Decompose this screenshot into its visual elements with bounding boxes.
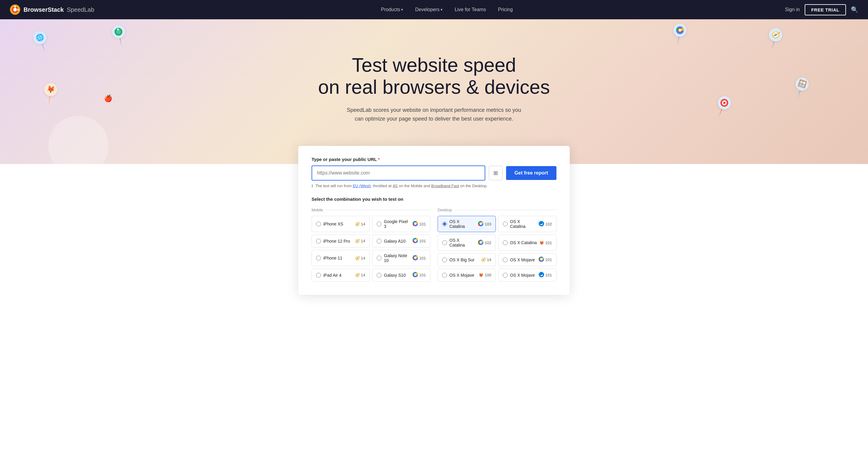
svg-point-17: [414, 239, 416, 242]
device-option-osx-mojave-edge101[interactable]: OS X Mojave 101: [498, 269, 556, 282]
device-name: Galaxy Note 10: [384, 253, 410, 263]
chrome-icon: [478, 240, 484, 246]
info-icon: ℹ: [312, 184, 313, 188]
safari-icon: 🧭: [355, 273, 360, 277]
get-report-button[interactable]: Get free report: [506, 166, 556, 180]
filter-icon: ⊞: [493, 170, 498, 176]
safari-icon: 🧭: [355, 256, 360, 260]
radio-google-pixel3[interactable]: [377, 222, 381, 226]
logo-product: SpeedLab: [67, 6, 94, 13]
radio-ipad-air4[interactable]: [316, 273, 321, 277]
radio-osx-mojave-chrome101[interactable]: [503, 257, 507, 262]
svg-point-2: [13, 8, 17, 11]
floating-browser-icon: 🪟: [791, 76, 810, 101]
radio-osx-catalina-chrome102[interactable]: [442, 240, 447, 245]
radio-galaxy-a10[interactable]: [377, 239, 381, 243]
device-name: OS X Mojave: [450, 273, 476, 277]
mobile-section-label: Mobile: [312, 208, 430, 212]
speedlab-card: Type or paste your public URL * ⊞ Get fr…: [298, 146, 570, 295]
floating-browser-icon: [712, 94, 733, 120]
device-option-osx-mojave-chrome101[interactable]: OS X Mojave 101: [498, 253, 556, 266]
device-option-iphone-xs[interactable]: iPhone XS 🧭 14: [312, 216, 370, 232]
floating-browser-icon: 🍎: [104, 95, 112, 102]
browser-badge: 🧭 14: [355, 256, 365, 260]
url-input[interactable]: [312, 165, 485, 180]
device-option-osx-mojave-firefox100[interactable]: OS X Mojave 🦊 100: [438, 269, 496, 282]
chrome-icon: [412, 272, 418, 278]
logo[interactable]: BrowserStack SpeedLab: [10, 4, 94, 15]
radio-osx-catalina-edge102[interactable]: [503, 222, 507, 226]
device-option-ipad-air4[interactable]: iPad Air 4 🧭 14: [312, 269, 370, 282]
radio-iphone11[interactable]: [316, 256, 321, 260]
device-option-osx-bigsur-safari14[interactable]: OS X Big Sur 🧭 14: [438, 253, 496, 266]
nav-developers[interactable]: Developers ▾: [410, 4, 447, 15]
device-option-osx-catalina-edge102[interactable]: OS X Catalina 102: [498, 216, 556, 232]
hero-section: 🌐 🦊 🍎 🧭 🪟 Test website speed: [0, 19, 868, 164]
browserstack-logo-icon: [10, 4, 21, 15]
device-option-iphone12pro[interactable]: iPhone 12 Pro 🧭 14: [312, 234, 370, 247]
svg-point-15: [414, 223, 416, 225]
device-option-osx-catalina-firefox101[interactable]: OS X Catalina 🦊 101: [498, 234, 556, 251]
radio-osx-bigsur-safari14[interactable]: [442, 257, 447, 262]
signin-link[interactable]: Sign in: [785, 7, 800, 12]
edge-icon: [539, 221, 544, 227]
edge-icon: [539, 272, 544, 278]
firefox-icon: 🦊: [539, 240, 544, 245]
svg-point-21: [414, 273, 416, 276]
mobile-device-rows: iPhone XS 🧭 14 Google Pixel 3: [312, 216, 430, 282]
browser-badge: 102: [539, 221, 552, 227]
mobile-column: Mobile iPhone XS 🧭 14: [312, 208, 430, 282]
nav-pricing[interactable]: Pricing: [493, 4, 518, 15]
browser-badge: 🧭 14: [481, 257, 491, 262]
device-option-galaxy-s10[interactable]: Galaxy S10 101: [372, 269, 430, 282]
safari-icon: 🧭: [481, 257, 486, 262]
eu-west-link[interactable]: EU (West): [353, 184, 371, 188]
device-name: iPhone 11: [323, 256, 352, 260]
device-option-iphone11[interactable]: iPhone 11 🧭 14: [312, 250, 370, 266]
logo-name: BrowserStack: [24, 6, 64, 13]
svg-point-19: [414, 257, 416, 259]
device-name: OS X Big Sur: [450, 257, 478, 262]
browser-badge: 🧭 14: [355, 273, 365, 277]
device-option-galaxy-a10[interactable]: Galaxy A10 101: [372, 234, 430, 247]
chrome-icon: [478, 221, 484, 227]
device-option-galaxy-note10[interactable]: Galaxy Note 10 101: [372, 250, 430, 266]
svg-point-28: [540, 258, 542, 260]
radio-galaxy-s10[interactable]: [377, 273, 381, 277]
radio-osx-mojave-edge101[interactable]: [503, 273, 507, 277]
nav-right: Sign in FREE TRIAL 🔍: [785, 4, 858, 15]
browser-badge: 101: [539, 272, 552, 278]
radio-iphone12pro[interactable]: [316, 239, 321, 243]
radio-osx-catalina-chrome103[interactable]: [442, 222, 447, 226]
radio-osx-mojave-firefox100[interactable]: [442, 273, 447, 277]
radio-osx-catalina-firefox101[interactable]: [503, 240, 507, 245]
chrome-icon: [412, 255, 418, 261]
chrome-icon: [412, 221, 418, 227]
radio-iphone-xs[interactable]: [316, 222, 321, 226]
nav-links: Products ▾ Developers ▾ Live for Teams P…: [109, 4, 785, 15]
filter-button[interactable]: ⊞: [489, 166, 502, 180]
url-label: Type or paste your public URL *: [312, 157, 556, 162]
svg-point-23: [479, 223, 482, 225]
device-name: iPhone XS: [323, 222, 352, 226]
free-trial-button[interactable]: FREE TRIAL: [805, 4, 846, 15]
device-option-osx-catalina-chrome102[interactable]: OS X Catalina 102: [438, 234, 496, 251]
browser-badge: 🧭 14: [355, 222, 365, 226]
device-name: Galaxy A10: [384, 239, 410, 243]
device-name: OS X Catalina: [450, 219, 476, 229]
browser-badge: 🧭 14: [355, 239, 365, 243]
combo-label: Select the combination you wish to test …: [312, 197, 556, 202]
required-marker: *: [378, 157, 380, 162]
radio-galaxy-note10[interactable]: [377, 256, 381, 260]
navigation: BrowserStack SpeedLab Products ▾ Develop…: [0, 0, 868, 19]
hero-subtitle: SpeedLab scores your website on importan…: [343, 106, 525, 123]
chevron-down-icon: ▾: [441, 7, 442, 12]
nav-live-for-teams[interactable]: Live for Teams: [450, 4, 491, 15]
device-option-google-pixel3[interactable]: Google Pixel 3 101: [372, 216, 430, 232]
nav-products[interactable]: Products ▾: [376, 4, 408, 15]
browser-badge: 101: [412, 221, 426, 227]
url-input-row: ⊞ Get free report: [312, 165, 556, 180]
device-option-osx-catalina-chrome103[interactable]: OS X Catalina 103: [438, 216, 496, 232]
search-icon[interactable]: 🔍: [851, 6, 858, 13]
firefox-icon: 🦊: [478, 273, 484, 277]
